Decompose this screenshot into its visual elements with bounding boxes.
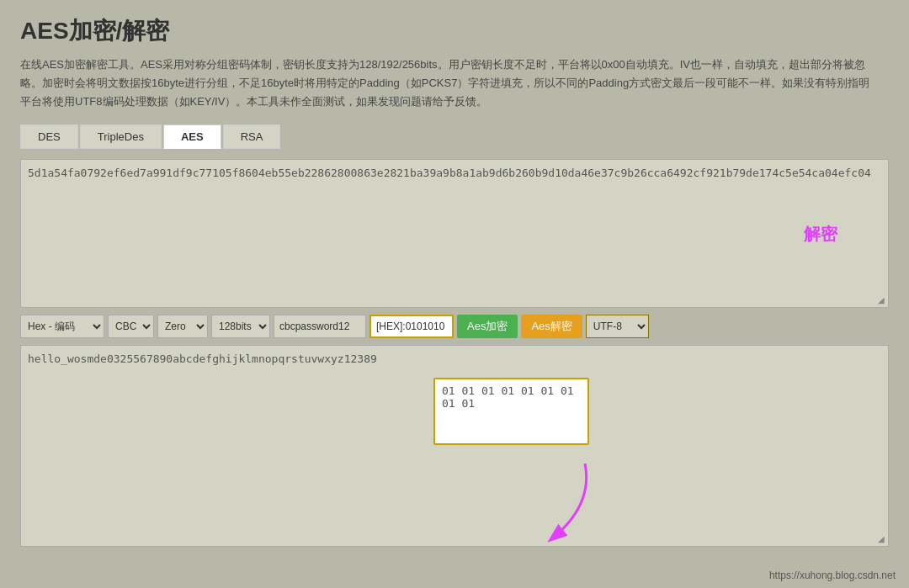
mode-select[interactable]: CBC ECB CTR OFB CFB xyxy=(108,315,154,338)
page-container: AES加密/解密 在线AES加密解密工具。AES采用对称分组密码体制，密钥长度支… xyxy=(0,0,909,555)
output-section: ◢ xyxy=(20,345,889,547)
arrow-svg xyxy=(509,455,610,556)
main-input-textarea[interactable] xyxy=(28,165,881,299)
padding-select[interactable]: Zero Pkcs7 AnsiX923 Iso10126 NoPadding xyxy=(157,315,208,338)
iv-popup[interactable] xyxy=(433,378,589,445)
arrow-container xyxy=(509,455,610,559)
password-input[interactable] xyxy=(274,315,366,338)
output-encoding-select[interactable]: UTF-8 Hex Base64 xyxy=(586,315,649,338)
footer-link[interactable]: https://xuhong.blog.csdn.net xyxy=(769,569,896,581)
tab-aes[interactable]: AES xyxy=(163,124,221,149)
output-resize-handle[interactable]: ◢ xyxy=(876,534,886,544)
tab-triple-des[interactable]: TripleDes xyxy=(80,124,162,149)
encoding-select[interactable]: Hex - 编码 Base64 - 编码 UTF8 - 编码 xyxy=(20,315,104,338)
description: 在线AES加密解密工具。AES采用对称分组密码体制，密钥长度支持为128/192… xyxy=(20,56,879,111)
tab-rsa[interactable]: RSA xyxy=(223,124,281,149)
main-input-container: 解密 ◢ xyxy=(20,159,889,308)
controls-row: Hex - 编码 Base64 - 编码 UTF8 - 编码 CBC ECB C… xyxy=(20,315,889,338)
page-title: AES加密/解密 xyxy=(20,15,889,47)
tabs-bar: DES TripleDes AES RSA xyxy=(20,124,889,149)
decrypt-button[interactable]: Aes解密 xyxy=(521,315,582,338)
resize-handle[interactable]: ◢ xyxy=(876,295,886,305)
iv-input[interactable] xyxy=(369,315,454,338)
encrypt-button[interactable]: Aes加密 xyxy=(457,315,518,338)
bits-select[interactable]: 128bits 192bits 256bits xyxy=(211,315,270,338)
tab-des[interactable]: DES xyxy=(20,124,78,149)
